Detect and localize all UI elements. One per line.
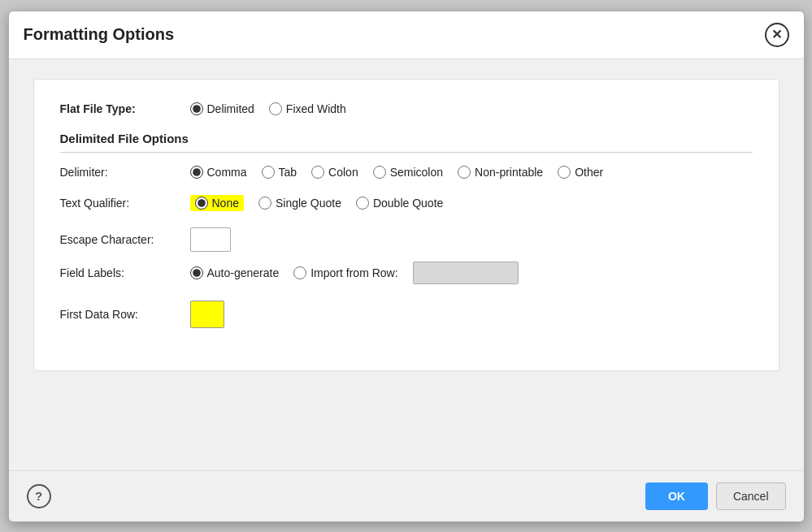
import-from-row-label: Import from Row: xyxy=(310,266,397,279)
delimiter-label: Delimiter: xyxy=(60,166,190,179)
escape-character-input[interactable] xyxy=(190,227,231,252)
field-labels-row: Field Labels: Auto-generate Import from … xyxy=(60,262,753,284)
field-labels-options: Auto-generate Import from Row: xyxy=(190,262,519,284)
flat-file-type-delimited[interactable]: Delimited xyxy=(190,102,254,115)
flat-file-type-options: Delimited Fixed Width xyxy=(190,102,346,115)
text-qualifier-row: Text Qualifier: None Single Quote Double… xyxy=(60,195,753,211)
semicolon-label: Semicolon xyxy=(390,166,443,179)
fixed-width-label: Fixed Width xyxy=(286,102,346,115)
text-qualifier-none[interactable]: None xyxy=(190,195,244,211)
close-button[interactable]: ✕ xyxy=(765,23,789,47)
cancel-button[interactable]: Cancel xyxy=(716,482,786,510)
help-button[interactable]: ? xyxy=(27,484,51,508)
import-row-input[interactable] xyxy=(413,262,519,284)
auto-generate-label: Auto-generate xyxy=(207,266,280,279)
none-label: None xyxy=(212,197,239,210)
dialog-body: Flat File Type: Delimited Fixed Width De… xyxy=(9,59,804,470)
delimiter-options: Comma Tab Colon Semicolon xyxy=(190,166,604,179)
escape-character-label: Escape Character: xyxy=(60,233,190,246)
field-labels-auto-generate[interactable]: Auto-generate xyxy=(190,266,280,279)
delimiter-non-printable[interactable]: Non-printable xyxy=(458,166,543,179)
footer-buttons: OK Cancel xyxy=(645,482,786,510)
dialog-header: Formatting Options ✕ xyxy=(9,11,804,59)
text-qualifier-label: Text Qualifier: xyxy=(60,197,190,210)
delimited-section-title: Delimited File Options xyxy=(60,132,753,153)
other-label: Other xyxy=(575,166,603,179)
ok-button[interactable]: OK xyxy=(645,482,708,510)
delimiter-tab[interactable]: Tab xyxy=(262,166,297,179)
single-quote-label: Single Quote xyxy=(276,197,341,210)
content-panel: Flat File Type: Delimited Fixed Width De… xyxy=(33,79,779,371)
text-qualifier-options: None Single Quote Double Quote xyxy=(190,195,444,211)
field-labels-import-from-row[interactable]: Import from Row: xyxy=(293,266,397,279)
text-qualifier-double-quote[interactable]: Double Quote xyxy=(356,197,443,210)
first-data-row-row: First Data Row: 1 xyxy=(60,301,753,328)
tab-label: Tab xyxy=(279,166,297,179)
comma-label: Comma xyxy=(207,166,247,179)
delimiter-comma[interactable]: Comma xyxy=(190,166,247,179)
delimiter-other[interactable]: Other xyxy=(558,166,603,179)
double-quote-label: Double Quote xyxy=(373,197,443,210)
flat-file-type-label: Flat File Type: xyxy=(60,102,190,115)
flat-file-type-row: Flat File Type: Delimited Fixed Width xyxy=(60,102,753,115)
delimiter-row: Delimiter: Comma Tab Colon xyxy=(60,166,753,179)
first-data-row-label: First Data Row: xyxy=(60,308,190,321)
first-data-row-input[interactable]: 1 xyxy=(190,301,224,328)
dialog-title: Formatting Options xyxy=(24,25,175,44)
flat-file-type-fixed-width[interactable]: Fixed Width xyxy=(269,102,346,115)
dialog-footer: ? OK Cancel xyxy=(9,470,804,521)
text-qualifier-single-quote[interactable]: Single Quote xyxy=(258,197,341,210)
delimiter-colon[interactable]: Colon xyxy=(311,166,358,179)
field-labels-label: Field Labels: xyxy=(60,266,190,279)
non-printable-label: Non-printable xyxy=(475,166,543,179)
formatting-options-dialog: Formatting Options ✕ Flat File Type: Del… xyxy=(8,11,805,522)
delimited-label: Delimited xyxy=(207,102,254,115)
delimiter-semicolon[interactable]: Semicolon xyxy=(373,166,443,179)
colon-label: Colon xyxy=(328,166,358,179)
escape-character-row: Escape Character: xyxy=(60,227,753,252)
